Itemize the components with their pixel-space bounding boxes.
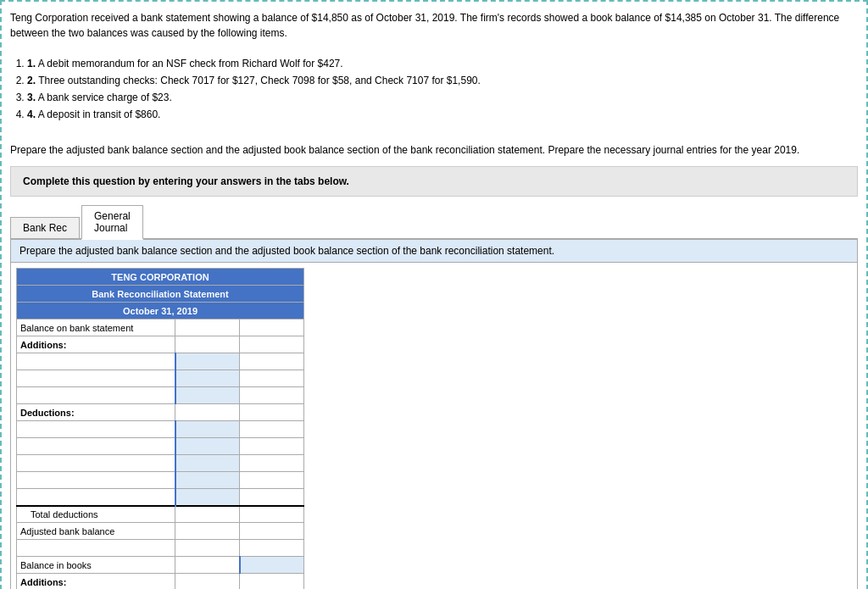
problem-intro: Teng Corporation received a bank stateme… [10, 10, 858, 122]
complete-box: Complete this question by entering your … [10, 166, 858, 197]
input-balance-bank-2[interactable] [243, 323, 300, 333]
value-addition-row-1b [240, 353, 304, 370]
recon-title-row-2: Bank Reconciliation Statement [17, 286, 304, 303]
table-row: Deductions: [17, 404, 304, 421]
input-addition-label-3[interactable] [31, 391, 171, 401]
input-deduction-label-4[interactable] [31, 475, 171, 486]
recon-table: TENG CORPORATION Bank Reconciliation Sta… [16, 268, 304, 589]
input-deduction-label-1[interactable] [31, 425, 171, 435]
item-2: 2. Three outstanding checks: Check 7017 … [27, 73, 858, 88]
label-balance-books: Balance in books [17, 557, 175, 574]
label-additions: Additions: [17, 336, 175, 353]
recon-title-3: October 31, 2019 [17, 303, 304, 320]
value-addition-row-2[interactable] [175, 370, 240, 387]
input-addition-val-2[interactable] [180, 374, 236, 384]
input-addition-val-1[interactable] [180, 357, 236, 367]
value-deduction-row-3[interactable] [175, 455, 240, 472]
value-deductions-2 [240, 404, 304, 421]
label-total-deductions: Total deductions [17, 506, 175, 523]
value-deduction-row-4b [240, 472, 304, 489]
label-addition-row-2[interactable] [17, 370, 175, 387]
tab-bank-rec[interactable]: Bank Rec [10, 217, 80, 238]
value-total-deductions-1[interactable] [175, 506, 240, 523]
value-deduction-row-3b [240, 455, 304, 472]
value-balance-bank-2[interactable] [240, 320, 304, 336]
input-deduction-label-5[interactable] [31, 492, 171, 502]
table-row-balance-books: Balance in books [17, 557, 304, 574]
table-row [17, 455, 304, 472]
table-row [17, 438, 304, 455]
input-total-deductions-1[interactable] [179, 509, 236, 520]
input-balance-books-2[interactable] [244, 560, 300, 570]
table-row [17, 472, 304, 489]
label-deductions: Deductions: [17, 404, 175, 421]
value-balance-bank-1[interactable] [175, 320, 240, 336]
recon-title-1: TENG CORPORATION [17, 269, 304, 286]
tab-general-journal[interactable]: GeneralJournal [81, 205, 143, 240]
input-deduction-val-4[interactable] [180, 475, 236, 486]
table-row [17, 370, 304, 387]
label-balance-bank: Balance on bank statement [17, 320, 175, 336]
input-deduction-val-1[interactable] [180, 425, 236, 435]
value-deductions-1 [175, 404, 240, 421]
input-balance-books-1[interactable] [179, 560, 235, 570]
value-total-deductions-2 [240, 506, 304, 523]
label-deduction-row-5[interactable] [17, 489, 175, 506]
prepare-instruction: Prepare the adjusted bank balance sectio… [10, 142, 858, 158]
input-deduction-val-3[interactable] [180, 458, 236, 469]
value-deduction-row-5[interactable] [175, 489, 240, 506]
label-spacer [17, 540, 175, 557]
value-balance-books-1[interactable] [175, 557, 240, 574]
input-deduction-val-2[interactable] [180, 442, 236, 452]
label-deduction-row-4[interactable] [17, 472, 175, 489]
input-deduction-val-5[interactable] [180, 492, 236, 502]
table-row [17, 353, 304, 370]
value-deduction-row-2[interactable] [175, 438, 240, 455]
input-adjusted-bank-2[interactable] [243, 526, 300, 536]
value-adjusted-bank-1 [175, 523, 240, 540]
label-adjusted-bank: Adjusted bank balance [17, 523, 175, 540]
label-deduction-row-2[interactable] [17, 438, 175, 455]
input-addition-label-2[interactable] [31, 374, 171, 384]
recon-title-row-3: October 31, 2019 [17, 303, 304, 320]
input-addition-val-3[interactable] [180, 391, 236, 401]
recon-table-wrapper: TENG CORPORATION Bank Reconciliation Sta… [11, 263, 857, 589]
value-addition-row-3[interactable] [175, 387, 240, 404]
tabs-row: Bank Rec GeneralJournal [10, 205, 858, 240]
label-additions-books: Additions: [17, 574, 175, 590]
item-1: 1. A debit memorandum for an NSF check f… [27, 56, 858, 71]
value-addition-row-2b [240, 370, 304, 387]
label-addition-row-3[interactable] [17, 387, 175, 404]
table-row-spacer [17, 540, 304, 557]
label-addition-row-1[interactable] [17, 353, 175, 370]
value-adjusted-bank-2[interactable] [240, 523, 304, 540]
input-deduction-label-3[interactable] [31, 458, 171, 469]
table-row: Balance on bank statement [17, 320, 304, 336]
table-row-total-deductions: Total deductions [17, 506, 304, 523]
value-deduction-row-1b [240, 421, 304, 438]
tab-content-bank-rec: Prepare the adjusted bank balance sectio… [10, 240, 858, 589]
value-addition-row-1[interactable] [175, 353, 240, 370]
value-balance-books-2[interactable] [240, 557, 304, 574]
recon-title-row-1: TENG CORPORATION [17, 269, 304, 286]
table-row-adjusted-bank: Adjusted bank balance [17, 523, 304, 540]
value-deduction-row-5b [240, 489, 304, 506]
table-row [17, 421, 304, 438]
item-4: 4. A deposit in transit of $860. [27, 107, 858, 122]
value-addition-row-3b [240, 387, 304, 404]
table-row [17, 387, 304, 404]
value-deduction-row-2b [240, 438, 304, 455]
value-additions-1 [175, 336, 240, 353]
recon-title-2: Bank Reconciliation Statement [17, 286, 304, 303]
item-3: 3. A bank service charge of $23. [27, 90, 858, 105]
label-deduction-row-3[interactable] [17, 455, 175, 472]
input-addition-label-1[interactable] [31, 357, 171, 367]
value-deduction-row-1[interactable] [175, 421, 240, 438]
table-row [17, 489, 304, 506]
value-deduction-row-4[interactable] [175, 472, 240, 489]
table-row: Additions: [17, 336, 304, 353]
table-row-additions-books: Additions: [17, 574, 304, 590]
input-balance-bank-1[interactable] [179, 323, 236, 333]
input-deduction-label-2[interactable] [31, 442, 171, 452]
label-deduction-row-1[interactable] [17, 421, 175, 438]
